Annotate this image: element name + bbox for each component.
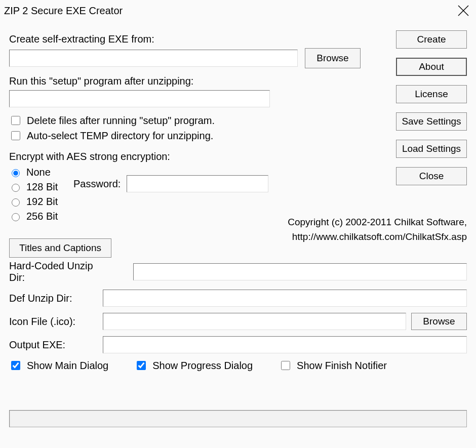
- save-settings-button[interactable]: Save Settings: [396, 112, 467, 131]
- close-button[interactable]: Close: [396, 167, 467, 185]
- copyright-text: Copyright (c) 2002-2011 Chilkat Software…: [264, 215, 467, 245]
- setup-label: Run this "setup" program after unzipping…: [9, 75, 374, 87]
- delete-after-label: Delete files after running "setup" progr…: [27, 115, 215, 127]
- show-finish-checkbox[interactable]: [281, 361, 290, 370]
- show-progress-checkbox[interactable]: [137, 361, 146, 370]
- delete-after-checkbox[interactable]: [11, 116, 20, 125]
- setup-program-input[interactable]: [9, 90, 270, 107]
- output-exe-input[interactable]: [103, 336, 467, 353]
- source-label: Create self-extracting EXE from:: [9, 33, 374, 45]
- hard-coded-dir-input[interactable]: [133, 263, 467, 280]
- browse-icon-button[interactable]: Browse: [411, 313, 467, 330]
- load-settings-button[interactable]: Load Settings: [396, 140, 467, 158]
- copyright-line1: Copyright (c) 2002-2011 Chilkat Software…: [264, 215, 467, 229]
- show-finish-label: Show Finish Notifier: [297, 360, 387, 372]
- encrypt-none-label: None: [26, 167, 51, 178]
- encrypt-192-label: 192 Bit: [26, 196, 58, 208]
- titles-captions-button[interactable]: Titles and Captions: [9, 238, 111, 258]
- license-button[interactable]: License: [396, 85, 467, 103]
- show-progress-label: Show Progress Dialog: [152, 360, 253, 372]
- show-main-checkbox[interactable]: [11, 361, 20, 370]
- encrypt-256-label: 256 Bit: [26, 211, 58, 222]
- password-input[interactable]: [127, 175, 268, 192]
- encrypt-192-radio[interactable]: [12, 198, 20, 207]
- about-button[interactable]: About: [396, 58, 467, 76]
- hard-coded-label: Hard-Coded Unzip Dir:: [9, 260, 98, 283]
- show-main-label: Show Main Dialog: [27, 360, 108, 372]
- password-label: Password:: [73, 178, 121, 190]
- def-unzip-dir-input[interactable]: [103, 290, 467, 307]
- encrypt-header: Encrypt with AES strong encryption:: [9, 151, 374, 162]
- window-title: ZIP 2 Secure EXE Creator: [4, 5, 123, 17]
- close-icon[interactable]: [457, 4, 470, 17]
- create-button[interactable]: Create: [396, 30, 467, 49]
- browse-source-button[interactable]: Browse: [305, 48, 361, 68]
- encrypt-256-radio[interactable]: [12, 213, 20, 221]
- auto-temp-checkbox[interactable]: [11, 131, 20, 140]
- icon-file-input[interactable]: [103, 313, 406, 330]
- icon-file-label: Icon File (.ico):: [9, 316, 98, 328]
- copyright-line2: http://www.chilkatsoft.com/ChilkatSfx.as…: [264, 229, 467, 244]
- def-unzip-label: Def Unzip Dir:: [9, 293, 98, 304]
- source-path-input[interactable]: [9, 50, 298, 67]
- output-exe-label: Output EXE:: [9, 339, 98, 351]
- encrypt-128-label: 128 Bit: [26, 181, 58, 193]
- encrypt-none-radio[interactable]: [12, 169, 20, 177]
- auto-temp-label: Auto-select TEMP directory for unzipping…: [27, 130, 213, 142]
- encrypt-128-radio[interactable]: [12, 184, 20, 192]
- status-bar: [9, 410, 467, 427]
